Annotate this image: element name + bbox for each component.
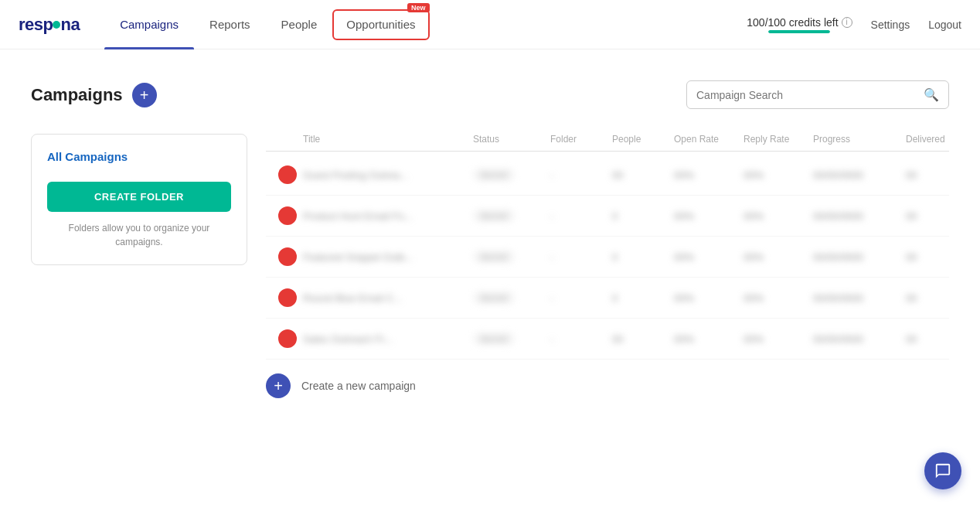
nav-item-reports[interactable]: Reports (194, 0, 266, 49)
credits-text: 100/100 credits left i (747, 16, 852, 29)
row-status: blurred (467, 168, 544, 182)
credits-info-icon[interactable]: i (842, 17, 852, 28)
col-people: People (606, 134, 668, 145)
row-folder: - (544, 251, 606, 263)
col-progress: Progress (807, 134, 900, 145)
col-delivered: Delivered (900, 134, 949, 145)
row-status: blurred (467, 250, 544, 264)
col-folder: Folder (544, 134, 606, 145)
row-progress: 00/00/0000 (807, 251, 900, 263)
row-reply-rate: 00% (737, 210, 807, 222)
row-delivered: 00 (900, 292, 949, 304)
row-reply-rate: 00% (737, 169, 807, 181)
credits-value: 100/100 credits left (747, 16, 838, 29)
col-title: Title (297, 134, 467, 145)
col-open-rate: Open Rate (668, 134, 737, 145)
logo-dot (53, 21, 60, 29)
row-icon-cell (266, 288, 297, 307)
row-open-rate: 00% (668, 292, 737, 304)
create-folder-button[interactable]: CREATE FOLDER (47, 182, 231, 212)
search-box: 🔍 (686, 80, 949, 109)
row-icon-cell (266, 206, 297, 225)
row-people: 0 (606, 251, 668, 263)
sidebar: All Campaigns CREATE FOLDER Folders allo… (31, 134, 247, 265)
col-status: Status (467, 134, 544, 145)
navbar: respna Campaigns Reports People Opportun… (0, 0, 980, 49)
logout-link[interactable]: Logout (928, 19, 961, 31)
all-campaigns-label: All Campaigns (47, 150, 231, 163)
row-title: Sales Outreach Fr... (297, 333, 467, 345)
table-row[interactable]: Round Blue Email C... blurred - 0 00% 00… (266, 278, 949, 319)
row-reply-rate: 00% (737, 251, 807, 263)
row-title: Featured Snippet Outb... (297, 251, 467, 263)
row-status: blurred (467, 332, 544, 346)
folder-hint: Folders allow you to organize your campa… (47, 221, 231, 249)
settings-link[interactable]: Settings (871, 19, 910, 31)
row-folder: - (544, 169, 606, 181)
create-campaign-row[interactable]: + Create a new campaign (266, 360, 949, 412)
row-people: 00 (606, 169, 668, 181)
credits-container: 100/100 credits left i (747, 16, 852, 33)
col-icon (266, 134, 297, 145)
row-progress: 00/00/0000 (807, 292, 900, 304)
create-campaign-text: Create a new campaign (301, 380, 416, 392)
row-reply-rate: 00% (737, 292, 807, 304)
campaigns-title-row: Campaigns + (31, 83, 157, 107)
logo-text: respna (19, 15, 80, 35)
table-container: Title Status Folder People Open Rate Rep… (266, 134, 949, 412)
create-campaign-plus[interactable]: + (266, 373, 291, 398)
search-icon: 🔍 (924, 87, 939, 102)
page-title: Campaigns (31, 85, 123, 105)
table-row[interactable]: Sales Outreach Fr... blurred - 00 00% 00… (266, 319, 949, 360)
row-title: Guest Posting Outrea... (297, 169, 467, 181)
row-folder: - (544, 210, 606, 222)
logo: respna (19, 15, 80, 35)
table-header: Title Status Folder People Open Rate Rep… (266, 134, 949, 152)
row-people: 0 (606, 292, 668, 304)
layout: All Campaigns CREATE FOLDER Folders allo… (31, 134, 949, 412)
nav-item-people[interactable]: People (266, 0, 333, 49)
row-open-rate: 00% (668, 333, 737, 345)
row-icon-cell (266, 329, 297, 348)
row-people: 00 (606, 333, 668, 345)
credits-bar (768, 30, 830, 33)
row-open-rate: 00% (668, 169, 737, 181)
search-input[interactable] (696, 89, 917, 101)
table-row[interactable]: Product Hunt Email Fo... blurred - 0 00%… (266, 196, 949, 237)
nav-item-opportunities[interactable]: Opportunities New (332, 9, 429, 40)
row-open-rate: 00% (668, 251, 737, 263)
credits-bar-fill (768, 30, 830, 33)
row-status: blurred (467, 291, 544, 305)
col-reply-rate: Reply Rate (737, 134, 807, 145)
row-title: Round Blue Email C... (297, 292, 467, 304)
new-badge: New (407, 3, 430, 12)
row-people: 0 (606, 210, 668, 222)
row-delivered: 00 (900, 169, 949, 181)
row-progress: 00/00/0000 (807, 169, 900, 181)
row-folder: - (544, 292, 606, 304)
row-progress: 00/00/0000 (807, 210, 900, 222)
row-delivered: 00 (900, 210, 949, 222)
row-icon-cell (266, 165, 297, 184)
nav-right: 100/100 credits left i Settings Logout (747, 16, 961, 33)
opportunities-label: Opportunities (346, 18, 415, 31)
row-status: blurred (467, 209, 544, 223)
row-progress: 00/00/0000 (807, 333, 900, 345)
row-title: Product Hunt Email Fo... (297, 210, 467, 222)
row-delivered: 00 (900, 333, 949, 345)
add-campaign-button[interactable]: + (132, 83, 157, 107)
table-row[interactable]: Guest Posting Outrea... blurred - 00 00%… (266, 155, 949, 196)
table-row[interactable]: Featured Snippet Outb... blurred - 0 00%… (266, 237, 949, 278)
campaigns-header: Campaigns + 🔍 (31, 80, 949, 109)
nav-item-campaigns[interactable]: Campaigns (104, 0, 194, 49)
row-icon-cell (266, 247, 297, 266)
nav-items: Campaigns Reports People Opportunities N… (104, 0, 740, 49)
main-content: Campaigns + 🔍 All Campaigns CREATE FOLDE… (0, 49, 980, 412)
row-open-rate: 00% (668, 210, 737, 222)
row-delivered: 00 (900, 251, 949, 263)
row-folder: - (544, 333, 606, 345)
row-reply-rate: 00% (737, 333, 807, 345)
